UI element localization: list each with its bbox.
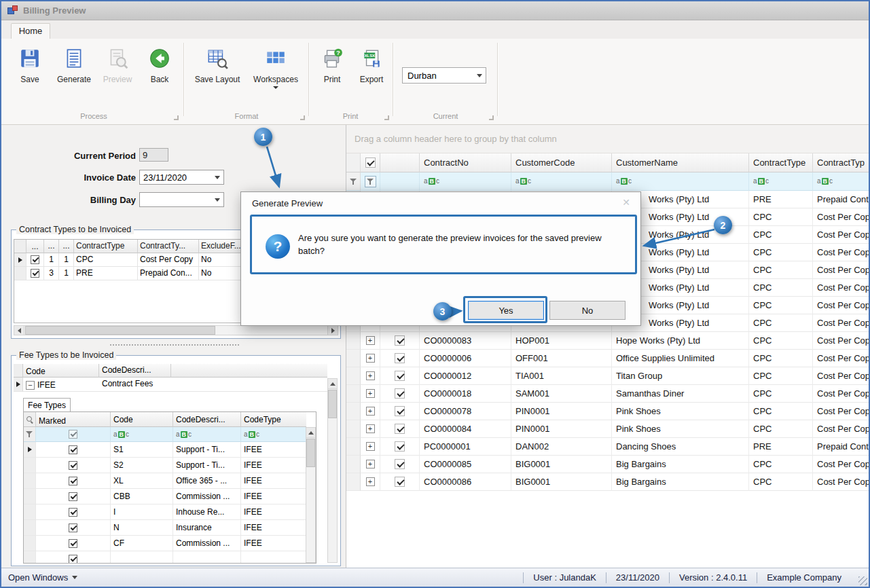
header-code[interactable]: Code: [111, 412, 173, 427]
checkbox[interactable]: [395, 335, 405, 346]
combo-dropdown-button[interactable]: [473, 68, 486, 83]
open-windows-button[interactable]: Open Windows: [1, 572, 77, 583]
checkbox[interactable]: [395, 459, 405, 469]
checkbox[interactable]: [69, 539, 77, 548]
checkbox[interactable]: [395, 441, 405, 452]
header-contractno[interactable]: ContractNo: [420, 153, 511, 172]
scrollbar-thumb[interactable]: [25, 326, 215, 335]
current-period-field[interactable]: 9: [139, 148, 168, 162]
table-row[interactable]: S2Support - Ti...IFEE: [24, 458, 316, 473]
header-marked[interactable]: Marked: [36, 412, 111, 427]
collapse-icon[interactable]: [26, 381, 35, 390]
filter-contracttypedesc[interactable]: aBc: [813, 172, 869, 191]
scroll-up-button[interactable]: [306, 428, 315, 438]
workspaces-button[interactable]: Workspaces: [247, 47, 304, 89]
table-row[interactable]: [24, 551, 316, 564]
filter-checkbox-cell[interactable]: [380, 172, 420, 191]
scrollbar-thumb[interactable]: [306, 439, 315, 467]
filter-marked[interactable]: [36, 427, 111, 442]
header-col1[interactable]: ...: [44, 240, 59, 253]
scroll-right-button[interactable]: [327, 326, 338, 335]
checkbox[interactable]: [395, 388, 405, 399]
checkbox[interactable]: [31, 255, 39, 264]
save-layout-button[interactable]: Save Layout: [192, 47, 243, 84]
checkbox[interactable]: [69, 492, 77, 501]
header-contracttypedesc[interactable]: ContractTyp: [813, 153, 869, 172]
header-checkbox-column[interactable]: [380, 153, 420, 172]
checkbox[interactable]: [69, 430, 77, 439]
header-contracttype[interactable]: ContractType: [74, 240, 138, 253]
table-row[interactable]: CO0000084PIN0001Pink ShoesCPCCost Per Co…: [346, 420, 869, 438]
checkbox[interactable]: [69, 555, 77, 564]
expand-button[interactable]: [366, 371, 375, 380]
checkbox[interactable]: [395, 371, 405, 381]
detail-tab-fee-types[interactable]: Fee Types: [23, 398, 71, 411]
scroll-left-button[interactable]: [14, 326, 24, 335]
expand-button[interactable]: [366, 477, 375, 486]
combo-dropdown-button[interactable]: [211, 193, 223, 206]
billing-day-combo[interactable]: [139, 192, 224, 207]
filter-button-cell[interactable]: [361, 172, 380, 191]
filter-customername[interactable]: aBc: [612, 172, 749, 191]
checkbox[interactable]: [69, 477, 77, 485]
table-row[interactable]: CO0000085BIG0001Big BargainsCPCCost Per …: [346, 456, 869, 473]
header-codedescription[interactable]: CodeDescri...: [99, 364, 171, 378]
table-row[interactable]: PC0000001DAN002Dancing ShoesPREPrepaid C…: [346, 438, 869, 456]
expand-button[interactable]: [366, 460, 375, 468]
table-row[interactable]: NInsuranceIFEE: [24, 520, 316, 536]
horizontal-scrollbar[interactable]: [14, 325, 338, 335]
checkbox[interactable]: [31, 269, 39, 278]
save-button[interactable]: Save: [10, 47, 50, 84]
checkbox[interactable]: [395, 477, 405, 487]
table-row[interactable]: CO0000083HOP001Hope Works (Pty) LtdCPCCo…: [346, 332, 869, 350]
header-codetype[interactable]: CodeType: [241, 412, 306, 427]
invoice-date-combo[interactable]: 23/11/2020: [139, 170, 224, 185]
header-customername[interactable]: CustomerName: [612, 153, 749, 172]
header-col2[interactable]: ...: [59, 240, 74, 253]
detail-vertical-scrollbar[interactable]: [306, 427, 316, 563]
resize-grip[interactable]: [858, 576, 867, 585]
checkbox[interactable]: [69, 508, 77, 517]
filter-codetype[interactable]: aBc: [241, 427, 306, 442]
table-row[interactable]: CFCommission ...IFEE: [24, 536, 316, 551]
expand-button[interactable]: [366, 442, 375, 451]
combo-dropdown-button[interactable]: [211, 170, 223, 184]
expand-button[interactable]: [366, 407, 375, 416]
table-row[interactable]: CBBCommission ...IFEE: [24, 489, 316, 504]
table-row[interactable]: CO0000012TIA001Titan GroupCPCCost Per Co…: [346, 367, 869, 385]
fee-vertical-scrollbar[interactable]: [327, 378, 338, 563]
back-button[interactable]: Back: [140, 47, 179, 84]
expand-button[interactable]: [366, 354, 375, 363]
header-contracttype[interactable]: ContractType: [749, 153, 813, 172]
header-contracttypedesc[interactable]: ContractTy...: [138, 240, 199, 253]
current-branch-combo[interactable]: Durban: [402, 67, 486, 84]
filter-code[interactable]: aBc: [111, 427, 173, 442]
checkbox[interactable]: [69, 523, 77, 532]
table-row[interactable]: CO0000078PIN0001Pink ShoesCPCCost Per Co…: [346, 403, 869, 420]
expand-button[interactable]: [366, 336, 375, 345]
checkbox[interactable]: [69, 461, 77, 470]
print-button[interactable]: ? Print: [314, 47, 350, 84]
group-by-panel[interactable]: Drag a column header here to group by th…: [346, 125, 869, 153]
expand-button[interactable]: [366, 424, 375, 433]
table-row[interactable]: IInhouse Re...IFEE: [24, 504, 316, 520]
filter-contractno[interactable]: aBc: [420, 172, 511, 191]
tab-home[interactable]: Home: [11, 23, 50, 39]
scrollbar-thumb[interactable]: [328, 390, 337, 418]
panel-splitter[interactable]: [110, 344, 239, 346]
table-row[interactable]: CO0000006OFF001Office Supplies Unlimited…: [346, 350, 869, 367]
filter-contracttype[interactable]: aBc: [749, 172, 813, 191]
preview-button[interactable]: Preview: [98, 47, 137, 84]
header-exclude[interactable]: ExcludeF...: [199, 240, 247, 253]
header-customercode[interactable]: CustomerCode: [511, 153, 612, 172]
filter-codedescription[interactable]: aBc: [173, 427, 241, 442]
select-all-cell[interactable]: [361, 153, 380, 172]
checkbox[interactable]: [395, 353, 405, 363]
filter-edit-button[interactable]: [365, 176, 376, 187]
header-code[interactable]: Code: [23, 364, 99, 378]
table-row[interactable]: XLOffice 365 - ...IFEE: [24, 473, 316, 489]
header-codedescription[interactable]: CodeDescri...: [173, 412, 241, 427]
expand-button[interactable]: [366, 389, 375, 398]
fee-master-row[interactable]: IFEE Contract Fees: [14, 378, 327, 392]
no-button[interactable]: No: [549, 301, 626, 320]
